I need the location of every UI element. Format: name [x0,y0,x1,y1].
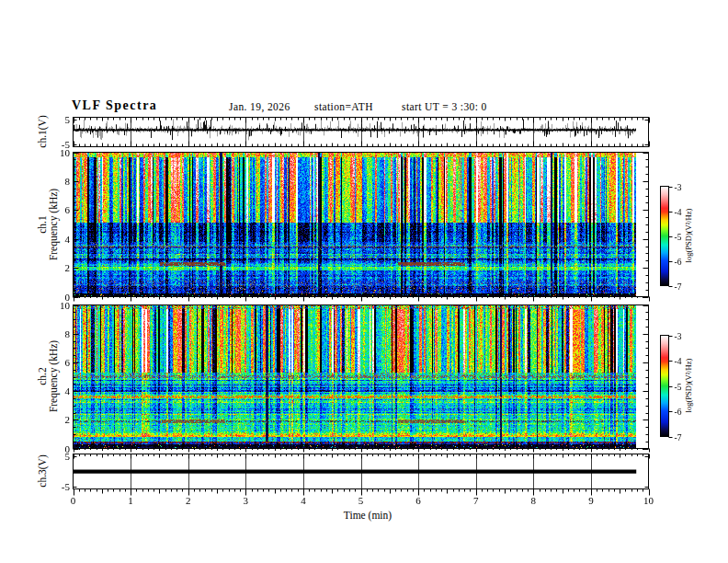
freq-tick-label: 6 [42,357,70,368]
x-tick-label: 2 [175,495,202,506]
colorbar-tick-label: -6 [675,257,693,268]
x-tick-label: 5 [347,495,375,506]
x-tick-label: 3 [232,495,259,506]
colorbar-tick-label: -7 [675,432,693,443]
x-tick-label: 10 [635,495,663,506]
freq-tick-label: 8 [42,176,70,187]
x-tick-label: 0 [60,495,87,506]
colorbar-tick-label: -3 [675,182,693,193]
x-tick-label: 8 [519,495,547,506]
x-tick-label: 6 [404,495,432,506]
x-tick-label: 9 [577,495,605,506]
volt-tick-label: 5 [42,114,70,125]
volt-tick-label: -5 [42,481,70,492]
volt-tick-label: 5 [42,451,70,462]
freq-tick-label: 10 [42,300,70,311]
vlf-spectra-figure: VLF Spectra Jan. 19, 2026 station=ATH st… [0,0,728,563]
colorbar-tick-label: -4 [675,207,693,218]
colorbar-tick-label: -6 [675,407,693,418]
colorbar-tick-label: -7 [675,282,693,293]
x-tick-label: 1 [117,495,144,506]
colorbar-tick-label: -4 [675,356,693,367]
colorbar-tick-label: -5 [675,232,693,243]
x-tick-label: 4 [290,495,317,506]
axes-overlay-canvas [0,0,728,563]
freq-tick-label: 4 [42,385,70,396]
freq-tick-label: 6 [42,204,70,215]
colorbar-tick-label: -5 [675,382,693,393]
freq-tick-label: 8 [42,328,70,339]
colorbar-tick-label: -3 [675,331,693,342]
freq-tick-label: 4 [42,234,70,245]
volt-tick-label: -5 [42,139,70,150]
freq-tick-label: 2 [42,414,70,425]
freq-tick-label: 2 [42,262,70,273]
x-tick-label: 7 [462,495,490,506]
